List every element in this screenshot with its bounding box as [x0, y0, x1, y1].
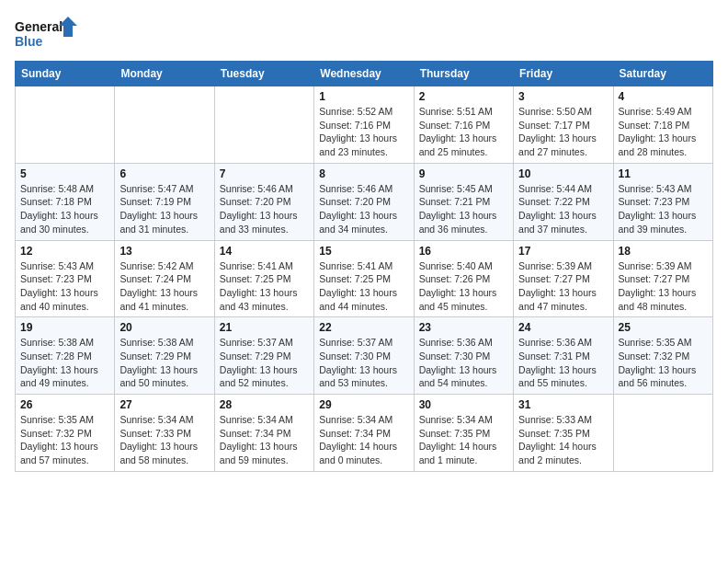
day-info: Sunrise: 5:35 AMSunset: 7:32 PMDaylight:… — [20, 413, 109, 467]
day-number: 13 — [119, 245, 209, 258]
day-number: 14 — [220, 245, 309, 258]
svg-text:Blue: Blue — [15, 34, 43, 49]
day-number: 31 — [518, 398, 608, 411]
calendar-week-1: 1Sunrise: 5:52 AMSunset: 7:16 PMDaylight… — [16, 86, 713, 164]
day-number: 24 — [518, 321, 608, 334]
weekday-header-sunday: Sunday — [16, 62, 115, 86]
logo-svg: General Blue — [15, 15, 79, 53]
calendar-cell: 6Sunrise: 5:47 AMSunset: 7:19 PMDaylight… — [115, 163, 214, 240]
weekday-header-friday: Friday — [514, 62, 613, 86]
day-number: 17 — [518, 245, 608, 258]
day-number: 8 — [319, 167, 408, 180]
day-number: 21 — [220, 321, 309, 334]
calendar-cell: 8Sunrise: 5:46 AMSunset: 7:20 PMDaylight… — [314, 163, 414, 240]
weekday-header-thursday: Thursday — [414, 62, 513, 86]
day-number: 4 — [619, 90, 708, 103]
day-number: 26 — [20, 398, 109, 411]
calendar-cell: 18Sunrise: 5:39 AMSunset: 7:27 PMDayligh… — [613, 240, 712, 317]
weekday-header-saturday: Saturday — [613, 62, 712, 86]
day-number: 1 — [319, 90, 408, 103]
calendar-cell: 7Sunrise: 5:46 AMSunset: 7:20 PMDaylight… — [214, 163, 313, 240]
day-number: 25 — [619, 321, 708, 334]
calendar-cell: 4Sunrise: 5:49 AMSunset: 7:18 PMDaylight… — [613, 86, 712, 164]
calendar-cell — [613, 395, 712, 472]
day-number: 12 — [20, 245, 109, 258]
calendar-cell: 9Sunrise: 5:45 AMSunset: 7:21 PMDaylight… — [414, 163, 513, 240]
weekday-header-tuesday: Tuesday — [214, 62, 313, 86]
day-info: Sunrise: 5:43 AMSunset: 7:23 PMDaylight:… — [20, 259, 109, 314]
day-info: Sunrise: 5:38 AMSunset: 7:29 PMDaylight:… — [119, 336, 209, 390]
day-info: Sunrise: 5:40 AMSunset: 7:26 PMDaylight:… — [419, 259, 508, 314]
calendar-cell: 29Sunrise: 5:34 AMSunset: 7:34 PMDayligh… — [314, 395, 414, 472]
day-number: 6 — [119, 167, 209, 180]
day-info: Sunrise: 5:45 AMSunset: 7:21 PMDaylight:… — [419, 182, 508, 236]
day-info: Sunrise: 5:33 AMSunset: 7:35 PMDaylight:… — [518, 413, 608, 467]
day-info: Sunrise: 5:43 AMSunset: 7:23 PMDaylight:… — [619, 182, 708, 236]
day-number: 30 — [419, 398, 508, 411]
day-info: Sunrise: 5:46 AMSunset: 7:20 PMDaylight:… — [319, 182, 408, 236]
day-info: Sunrise: 5:51 AMSunset: 7:16 PMDaylight:… — [419, 105, 508, 159]
calendar-cell — [16, 86, 115, 164]
svg-text:General: General — [15, 19, 63, 34]
logo: General Blue — [15, 15, 79, 53]
calendar-week-3: 12Sunrise: 5:43 AMSunset: 7:23 PMDayligh… — [16, 240, 713, 317]
day-info: Sunrise: 5:42 AMSunset: 7:24 PMDaylight:… — [119, 259, 209, 314]
calendar-cell: 11Sunrise: 5:43 AMSunset: 7:23 PMDayligh… — [613, 163, 712, 240]
day-number: 5 — [20, 167, 109, 180]
day-info: Sunrise: 5:34 AMSunset: 7:34 PMDaylight:… — [319, 413, 408, 467]
calendar-week-4: 19Sunrise: 5:38 AMSunset: 7:28 PMDayligh… — [16, 317, 713, 395]
day-info: Sunrise: 5:52 AMSunset: 7:16 PMDaylight:… — [319, 105, 408, 159]
day-number: 29 — [319, 398, 408, 411]
day-number: 15 — [319, 245, 408, 258]
calendar-cell: 26Sunrise: 5:35 AMSunset: 7:32 PMDayligh… — [16, 395, 115, 472]
day-number: 9 — [419, 167, 508, 180]
day-info: Sunrise: 5:41 AMSunset: 7:25 PMDaylight:… — [319, 259, 408, 314]
day-info: Sunrise: 5:34 AMSunset: 7:35 PMDaylight:… — [419, 413, 508, 467]
day-number: 22 — [319, 321, 408, 334]
day-info: Sunrise: 5:46 AMSunset: 7:20 PMDaylight:… — [220, 182, 309, 236]
day-number: 19 — [20, 321, 109, 334]
calendar-table: SundayMondayTuesdayWednesdayThursdayFrid… — [15, 61, 713, 472]
day-info: Sunrise: 5:37 AMSunset: 7:29 PMDaylight:… — [220, 336, 309, 390]
calendar-header-row: SundayMondayTuesdayWednesdayThursdayFrid… — [16, 62, 713, 86]
day-info: Sunrise: 5:44 AMSunset: 7:22 PMDaylight:… — [518, 182, 608, 236]
day-number: 7 — [220, 167, 309, 180]
calendar-cell: 24Sunrise: 5:36 AMSunset: 7:31 PMDayligh… — [514, 317, 613, 395]
day-number: 27 — [119, 398, 209, 411]
calendar-cell: 27Sunrise: 5:34 AMSunset: 7:33 PMDayligh… — [115, 395, 214, 472]
calendar-week-5: 26Sunrise: 5:35 AMSunset: 7:32 PMDayligh… — [16, 395, 713, 472]
calendar-cell: 2Sunrise: 5:51 AMSunset: 7:16 PMDaylight… — [414, 86, 513, 164]
calendar-cell: 3Sunrise: 5:50 AMSunset: 7:17 PMDaylight… — [514, 86, 613, 164]
day-number: 18 — [619, 245, 708, 258]
day-number: 2 — [419, 90, 508, 103]
calendar-cell: 17Sunrise: 5:39 AMSunset: 7:27 PMDayligh… — [514, 240, 613, 317]
weekday-header-monday: Monday — [115, 62, 214, 86]
calendar-cell: 14Sunrise: 5:41 AMSunset: 7:25 PMDayligh… — [214, 240, 313, 317]
day-info: Sunrise: 5:38 AMSunset: 7:28 PMDaylight:… — [20, 336, 109, 390]
calendar-cell: 21Sunrise: 5:37 AMSunset: 7:29 PMDayligh… — [214, 317, 313, 395]
day-info: Sunrise: 5:39 AMSunset: 7:27 PMDaylight:… — [518, 259, 608, 314]
day-info: Sunrise: 5:48 AMSunset: 7:18 PMDaylight:… — [20, 182, 109, 236]
day-info: Sunrise: 5:36 AMSunset: 7:31 PMDaylight:… — [518, 336, 608, 390]
day-number: 16 — [419, 245, 508, 258]
calendar-cell: 15Sunrise: 5:41 AMSunset: 7:25 PMDayligh… — [314, 240, 414, 317]
calendar-cell: 16Sunrise: 5:40 AMSunset: 7:26 PMDayligh… — [414, 240, 513, 317]
day-info: Sunrise: 5:34 AMSunset: 7:33 PMDaylight:… — [119, 413, 209, 467]
calendar-week-2: 5Sunrise: 5:48 AMSunset: 7:18 PMDaylight… — [16, 163, 713, 240]
calendar-cell: 1Sunrise: 5:52 AMSunset: 7:16 PMDaylight… — [314, 86, 414, 164]
weekday-header-wednesday: Wednesday — [314, 62, 414, 86]
calendar-cell — [115, 86, 214, 164]
calendar-cell: 25Sunrise: 5:35 AMSunset: 7:32 PMDayligh… — [613, 317, 712, 395]
calendar-cell: 20Sunrise: 5:38 AMSunset: 7:29 PMDayligh… — [115, 317, 214, 395]
day-number: 20 — [119, 321, 209, 334]
calendar-cell: 23Sunrise: 5:36 AMSunset: 7:30 PMDayligh… — [414, 317, 513, 395]
calendar-cell: 12Sunrise: 5:43 AMSunset: 7:23 PMDayligh… — [16, 240, 115, 317]
day-info: Sunrise: 5:35 AMSunset: 7:32 PMDaylight:… — [619, 336, 708, 390]
calendar-cell: 5Sunrise: 5:48 AMSunset: 7:18 PMDaylight… — [16, 163, 115, 240]
day-info: Sunrise: 5:50 AMSunset: 7:17 PMDaylight:… — [518, 105, 608, 159]
day-info: Sunrise: 5:47 AMSunset: 7:19 PMDaylight:… — [119, 182, 209, 236]
calendar-cell: 10Sunrise: 5:44 AMSunset: 7:22 PMDayligh… — [514, 163, 613, 240]
day-info: Sunrise: 5:37 AMSunset: 7:30 PMDaylight:… — [319, 336, 408, 390]
day-info: Sunrise: 5:41 AMSunset: 7:25 PMDaylight:… — [220, 259, 309, 314]
day-number: 23 — [419, 321, 508, 334]
